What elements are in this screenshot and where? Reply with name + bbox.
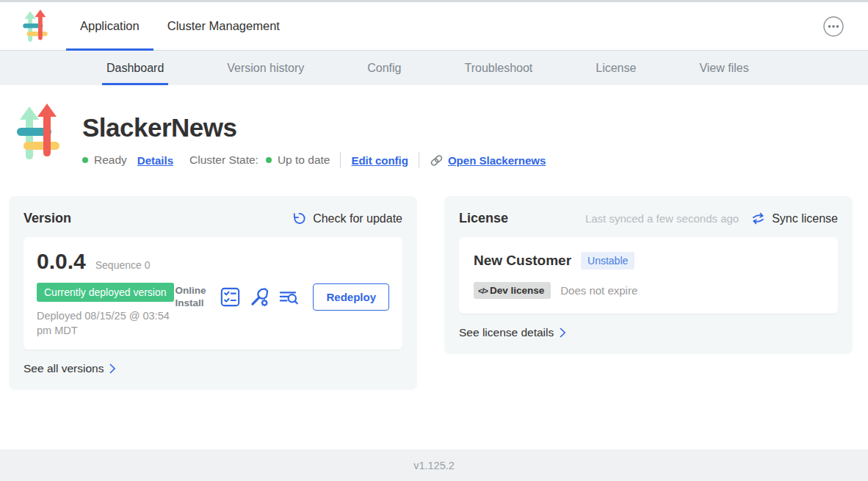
view-logs-icon[interactable]	[279, 287, 299, 307]
code-icon: </>	[478, 286, 488, 295]
app-status-text: Ready	[94, 153, 127, 167]
version-card-title: Version	[23, 211, 71, 226]
app-status-dot	[82, 157, 88, 163]
console-version: v1.125.2	[413, 460, 455, 471]
deployed-timestamp: Deployed 08/15/25 @ 03:54 pm MDT	[37, 309, 175, 338]
top-navbar: Application Cluster Management	[0, 2, 868, 51]
nav-tab-label: Cluster Management	[167, 19, 280, 33]
subnav-tab-troubleshoot[interactable]: Troubleshoot	[460, 51, 537, 85]
subnav-tab-dashboard[interactable]: Dashboard	[102, 51, 168, 85]
console-footer: v1.125.2	[0, 449, 868, 481]
license-card-title: License	[459, 211, 508, 226]
subnav-tab-label: View files	[699, 62, 748, 75]
nav-tab-label: Application	[80, 19, 140, 33]
subnav-tab-label: Dashboard	[106, 62, 164, 75]
dashboard-main: SlackerNews Ready Details Cluster State:…	[0, 85, 868, 390]
check-for-update-label: Check for update	[313, 212, 402, 225]
page-title: SlackerNews	[82, 113, 546, 142]
install-type-label: Online Install	[175, 285, 211, 310]
app-status-row: Ready Details Cluster State: Up to date …	[82, 152, 546, 168]
navbar-right	[822, 2, 868, 50]
chevron-right-icon	[560, 328, 566, 338]
current-version-panel: 0.0.4 Sequence 0 Currently deployed vers…	[23, 237, 402, 350]
dashboard-cards: Version Check for update 0.0.4 Sequ	[0, 196, 868, 390]
subnav-tab-label: Config	[367, 62, 401, 75]
last-synced-text: Last synced a few seconds ago	[585, 212, 739, 225]
sync-license-label: Sync license	[772, 212, 838, 225]
subnav-tab-config[interactable]: Config	[363, 51, 405, 85]
ellipsis-icon	[822, 15, 845, 37]
subnav-tab-label: Version history	[227, 62, 304, 75]
see-license-details-label: See license details	[459, 326, 554, 339]
sync-icon	[751, 212, 765, 225]
app-subnav: Dashboard Version history Config Trouble…	[0, 51, 868, 85]
subnav-tab-label: License	[596, 62, 636, 75]
version-actions: Online Install	[175, 283, 389, 311]
sync-license-link[interactable]: Sync license	[751, 212, 838, 225]
check-for-update-link[interactable]: Check for update	[292, 211, 402, 225]
see-license-details-link[interactable]: See license details	[459, 326, 566, 339]
primary-nav: Application Cluster Management	[66, 2, 294, 50]
config-wrench-icon[interactable]	[250, 287, 270, 307]
app-header: SlackerNews Ready Details Cluster State:…	[0, 85, 868, 168]
chevron-right-icon	[109, 364, 116, 374]
channel-badge: Unstable	[581, 252, 634, 270]
preflight-checks-icon[interactable]	[220, 287, 240, 307]
open-app-link[interactable]: Open Slackernews	[448, 154, 546, 167]
refresh-icon	[292, 211, 306, 225]
subnav-tab-license[interactable]: License	[591, 51, 640, 85]
deployed-badge: Currently deployed version	[37, 283, 174, 302]
nav-tab-application[interactable]: Application	[66, 2, 153, 50]
link-chain-icon[interactable]	[430, 153, 444, 167]
hash-arrows-logo	[23, 10, 47, 42]
divider	[340, 152, 341, 168]
sequence-label: Sequence 0	[95, 259, 151, 271]
overflow-menu-button[interactable]	[822, 15, 845, 37]
subnav-tab-label: Troubleshoot	[464, 62, 532, 75]
see-all-versions-label: See all versions	[23, 362, 104, 375]
app-logo-icon[interactable]	[21, 10, 50, 43]
cluster-state-text: Up to date	[278, 153, 330, 167]
divider	[419, 152, 419, 168]
cluster-status-dot	[266, 157, 272, 163]
customer-name: New Customer	[474, 253, 571, 269]
status-details-link[interactable]: Details	[137, 154, 173, 167]
cluster-state-label: Cluster State:	[189, 153, 258, 167]
subnav-tab-version-history[interactable]: Version history	[223, 51, 308, 85]
version-number: 0.0.4	[37, 249, 86, 274]
license-expiry-text: Does not expire	[560, 284, 637, 297]
redeploy-button[interactable]: Redeploy	[313, 283, 389, 311]
license-type-label: Dev license	[490, 285, 544, 296]
license-type-badge: </> Dev license	[474, 282, 551, 299]
version-info: 0.0.4 Sequence 0 Currently deployed vers…	[37, 249, 175, 338]
license-card: License Last synced a few seconds ago	[444, 196, 853, 354]
see-all-versions-link[interactable]: See all versions	[23, 362, 116, 375]
subnav-tab-view-files[interactable]: View files	[695, 51, 753, 85]
app-icon	[16, 103, 60, 163]
version-card: Version Check for update 0.0.4 Sequ	[9, 196, 417, 390]
nav-tab-cluster-management[interactable]: Cluster Management	[153, 2, 294, 50]
edit-config-link[interactable]: Edit config	[351, 154, 408, 167]
license-panel: New Customer Unstable </> Dev license Do…	[459, 237, 838, 314]
